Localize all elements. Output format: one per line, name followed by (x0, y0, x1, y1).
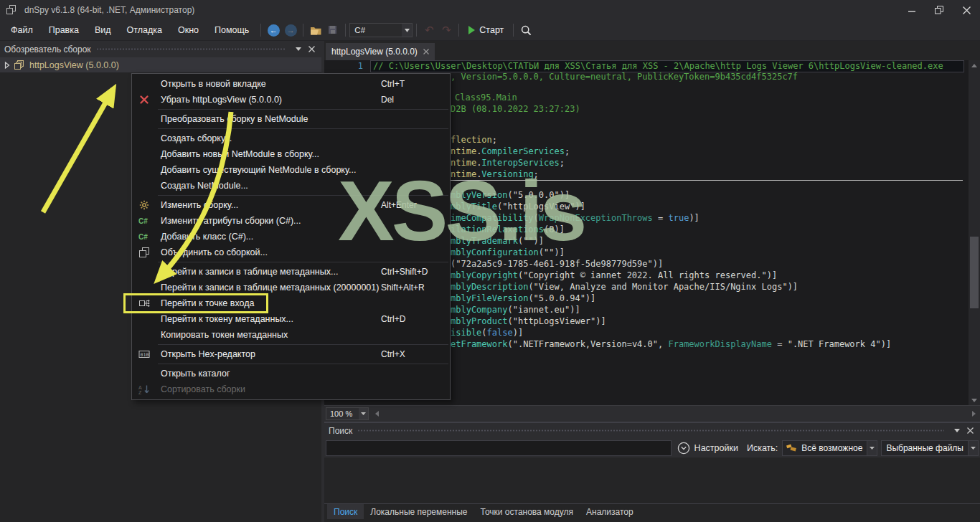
document-tab[interactable]: httpLogsView (5.0.0.0) (326, 43, 435, 60)
context-menu-item-label: Создать сборку... (161, 133, 232, 143)
toolbar-separator (513, 24, 514, 37)
context-menu-item-5[interactable]: Добавить новый NetModule в сборку... (132, 146, 450, 162)
context-menu-item-8[interactable]: Изменить сборку...Alt+Enter (132, 197, 450, 213)
menubar-item-1[interactable]: Файл (3, 22, 41, 38)
scroll-right-arrow-icon[interactable] (969, 408, 979, 420)
search-panel-title: Поиск (329, 426, 352, 436)
minimize-button[interactable] (898, 0, 925, 20)
forward-icon: → (285, 24, 297, 37)
search-scope-select[interactable]: Всё возможное (782, 440, 877, 456)
navigate-forward-button[interactable]: → (282, 22, 299, 39)
context-menu-item-17[interactable]: 0101Открыть Hex-редакторCtrl+X (132, 346, 450, 362)
bottom-tab-1[interactable]: Поиск (327, 504, 364, 519)
context-menu-item-19: AZСортировать сборки (132, 381, 450, 397)
toolbar-separator (416, 24, 417, 37)
language-select-value: C# (350, 26, 402, 34)
search-input[interactable] (326, 440, 672, 456)
context-menu-item-16[interactable]: Копировать токен метаданных (132, 327, 450, 343)
code-line: ntime.CompilerServices; (451, 146, 570, 157)
settings-toggle-button[interactable] (677, 442, 690, 455)
panel-menu-button[interactable] (951, 425, 963, 437)
search-assemblies-button[interactable] (517, 22, 534, 39)
blank-icon (138, 282, 151, 293)
window-controls (898, 0, 980, 20)
scroll-down-arrow-icon[interactable] (969, 395, 980, 405)
menu-separator (158, 109, 448, 110)
expander-icon[interactable] (4, 62, 13, 69)
context-menu-item-label: Добавить новый NetModule в сборку... (161, 149, 319, 159)
context-menu-item-10[interactable]: C#Добавить класс (C#)... (132, 229, 450, 245)
navigate-back-button[interactable]: ← (265, 22, 282, 39)
bottom-tab-2[interactable]: Локальные переменные (364, 504, 473, 519)
context-menu-item-2[interactable]: Убрать httpLogsView (5.0.0.0)Del (132, 92, 450, 108)
search-controls-row: Настройки Искать: Всё возможное Выбранны… (324, 438, 980, 457)
window-title: dnSpy v6.1.8 (64-bit, .NET, Администрато… (24, 5, 194, 15)
zoom-select[interactable]: 100 % (326, 407, 369, 420)
vertical-scrollbar[interactable] (969, 60, 980, 405)
editor-status-strip: 100 % (324, 405, 980, 422)
context-menu-item-9[interactable]: C#Изменить атрибуты сборки (C#)... (132, 213, 450, 229)
panel-close-button[interactable] (306, 44, 317, 55)
context-menu-shortcut: Del (381, 95, 443, 105)
svg-text:C#: C# (138, 233, 148, 241)
context-menu-item-12[interactable]: Перейти к записи в таблице метаданных...… (132, 264, 450, 280)
horizontal-scrollbar[interactable] (372, 408, 979, 420)
menubar-item-6[interactable]: Помощь (207, 22, 257, 38)
context-menu-item-7[interactable]: Создать NetModule... (132, 178, 450, 194)
language-select[interactable]: C# (349, 23, 413, 37)
context-menu-item-15[interactable]: Перейти к токену метаданных...Ctrl+D (132, 311, 450, 327)
context-menu-item-6[interactable]: Добавить существующий NetModule в сборку… (132, 162, 450, 178)
assembly-tree-item[interactable]: httpLogsView (5.0.0.0) (0, 57, 321, 72)
context-menu-shortcut: Ctrl+D (381, 314, 443, 324)
chevron-down-circle-icon (677, 442, 690, 455)
settings-label: Настройки (694, 443, 738, 453)
blank-icon (138, 313, 151, 325)
open-file-button[interactable] (307, 22, 324, 39)
bottom-tab-4[interactable]: Анализатор (580, 504, 640, 519)
code-line: mblyDescription("View, Analyze and Monit… (451, 282, 798, 293)
assembly-icon (13, 60, 26, 71)
panel-grip (358, 430, 944, 432)
menubar-item-4[interactable]: Отладка (119, 22, 170, 38)
blank-icon (138, 180, 151, 191)
blank-icon (138, 164, 151, 176)
context-menu-item-1[interactable]: Открыть в новой вкладкеCtrl+T (132, 76, 450, 92)
remove-icon (138, 94, 151, 105)
close-icon (423, 49, 429, 54)
menubar-item-5[interactable]: Окно (170, 22, 207, 38)
document-tab-strip: httpLogsView (5.0.0.0) (324, 41, 980, 60)
close-button[interactable] (953, 0, 980, 20)
context-menu-item-label: Открыть каталог (161, 369, 230, 379)
code-line: ("72a2a5c9-1785-4e61-918f-5de98779d59e")… (451, 259, 663, 270)
undo-button[interactable]: ↶ (420, 22, 438, 39)
hex-icon: 0101 (138, 348, 151, 360)
sort-icon: AZ (138, 384, 151, 395)
redo-button[interactable]: ↷ (438, 22, 455, 39)
tab-close-button[interactable] (423, 49, 429, 54)
context-menu-item-13[interactable]: Перейти к записи в таблице метаданных (2… (132, 280, 450, 295)
scroll-left-arrow-icon[interactable] (372, 408, 382, 420)
scroll-up-arrow-icon[interactable] (969, 60, 980, 70)
toolbar-separator (458, 24, 459, 37)
menubar-item-3[interactable]: Вид (87, 22, 119, 38)
panel-close-button[interactable] (964, 425, 976, 437)
bottom-tab-3[interactable]: Точки останова модуля (474, 504, 580, 519)
start-debug-button[interactable]: Старт (463, 22, 509, 39)
context-menu-item-label: Перейти к токену метаданных... (161, 314, 293, 324)
context-menu-item-14[interactable]: Перейти к точке входа (132, 295, 450, 311)
menu-separator (158, 128, 448, 129)
menubar-item-2[interactable]: Правка (41, 22, 87, 38)
scrollbar-thumb[interactable] (970, 237, 979, 308)
context-menu-item-18[interactable]: Открыть каталог (132, 366, 450, 381)
context-menu-item-11[interactable]: Объединить со сборкой... (132, 245, 450, 260)
search-files-select[interactable]: Выбранные файлы (881, 440, 979, 456)
context-menu-item-3[interactable]: Преобразовать сборку в NetModule (132, 111, 450, 127)
chevron-down-icon (968, 441, 978, 455)
panel-menu-button[interactable] (293, 44, 304, 55)
restore-button[interactable] (925, 0, 953, 20)
search-files-value: Выбранные файлы (882, 443, 968, 453)
context-menu-item-4[interactable]: Создать сборку... (132, 130, 450, 146)
dnspy-app-icon (6, 4, 19, 16)
save-all-button[interactable] (324, 22, 341, 39)
toolbar-separator (345, 24, 346, 37)
